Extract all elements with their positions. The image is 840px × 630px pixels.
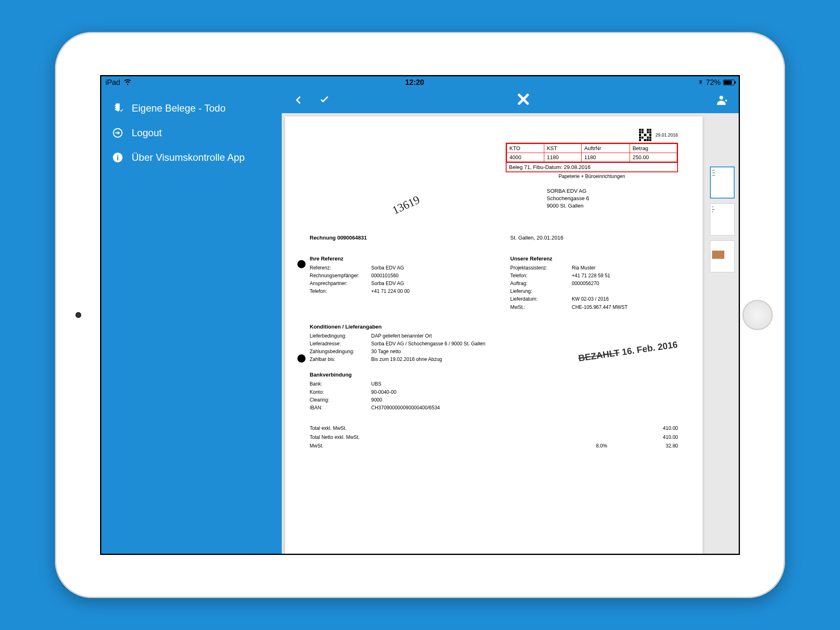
sidebar-item-label: Eigene Belege - Todo: [132, 103, 226, 114]
page-thumbnails: ▪▪▪━━━━ ━━━━: [706, 113, 739, 554]
sidebar-item-label: Logout: [132, 127, 162, 139]
approve-button[interactable]: [316, 92, 333, 110]
clock: 12:20: [132, 78, 698, 87]
thumbnail-page-1[interactable]: ▪▪▪━━━━: [710, 167, 735, 199]
status-bar: iPad 12:20 72%: [101, 76, 739, 89]
sidebar-item-about[interactable]: i Über Visumskontrolle App: [101, 145, 282, 170]
wifi-icon: [123, 78, 132, 88]
bluetooth-icon: [698, 78, 703, 87]
device-label: iPad: [105, 78, 120, 87]
redbox: KTO KST AuftrNr Betrag 4000 1180 1180: [506, 143, 678, 172]
thumbnail-page-3[interactable]: [710, 240, 735, 272]
document-check-icon: [111, 102, 124, 115]
tablet-frame: iPad 12:20 72% Eigene Beleg: [55, 32, 785, 598]
vendor-subline: Papeterie + Büroeinrichtungen: [506, 172, 678, 187]
info-icon: i: [111, 151, 124, 164]
back-button[interactable]: [290, 92, 306, 110]
user-button[interactable]: [714, 92, 730, 110]
sidebar-item-belege[interactable]: Eigene Belege - Todo: [101, 96, 282, 121]
punch-hole: [297, 260, 306, 268]
punch-hole: [297, 354, 306, 363]
sidebar: Eigene Belege - Todo Logout i Über Visum…: [101, 89, 282, 554]
document-page[interactable]: 29.01.2016 KTO KST AuftrNr Betrag: [285, 116, 703, 554]
reject-button[interactable]: [515, 92, 532, 110]
svg-text:i: i: [116, 153, 119, 162]
logout-icon: [111, 126, 124, 139]
qr-code-icon: [639, 129, 651, 141]
screen: iPad 12:20 72% Eigene Beleg: [100, 75, 740, 555]
address-block: SORBA EDV AG Schochengasse 6 9000 St. Ga…: [506, 187, 678, 210]
qr-date: 29.01.2016: [655, 132, 678, 137]
handwritten-note: 13619: [390, 193, 422, 217]
home-button[interactable]: [742, 300, 773, 330]
battery-icon: [723, 80, 735, 85]
camera-dot: [75, 312, 81, 318]
svg-point-2: [719, 96, 723, 100]
toolbar: [282, 89, 739, 113]
battery-percent: 72%: [706, 78, 721, 87]
thumbnail-page-2[interactable]: ━━━━: [710, 203, 735, 235]
sidebar-item-label: Über Visumskontrolle App: [132, 152, 245, 163]
sidebar-item-logout[interactable]: Logout: [101, 121, 282, 145]
